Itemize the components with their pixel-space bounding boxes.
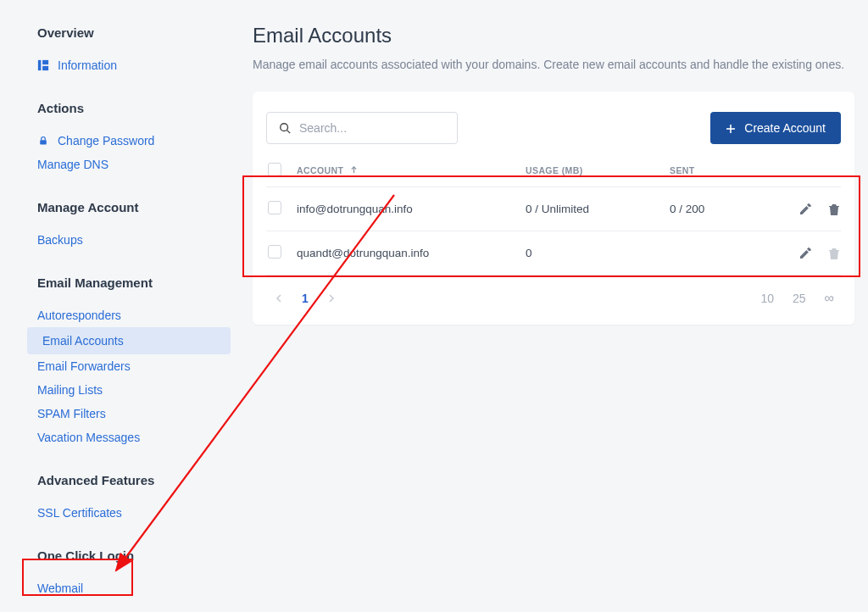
sidebar-section-manage-account: Manage Account Backups (37, 200, 237, 252)
sidebar-section-actions: Actions Change Password Manage DNS (37, 101, 237, 176)
svg-rect-1 (42, 60, 48, 64)
column-usage[interactable]: USAGE (MB) (526, 165, 670, 175)
search-input-wrap[interactable] (266, 112, 458, 144)
page-size-infinite[interactable]: ∞ (825, 291, 834, 306)
accounts-card: Create Account ACCOUNT USAGE (MB) SENT (253, 92, 854, 325)
section-title: Email Management (37, 275, 237, 290)
sidebar-item-vacation-messages[interactable]: Vacation Messages (37, 426, 237, 449)
sidebar-item-label: SSL Certificates (37, 506, 122, 520)
section-title: Manage Account (37, 200, 237, 214)
svg-rect-3 (40, 140, 47, 144)
pager: 1 10 25 ∞ (266, 275, 841, 318)
usage-cell: 0 / Unlimited (526, 203, 670, 215)
card-toolbar: Create Account (266, 112, 841, 144)
lock-icon (37, 135, 49, 147)
search-input[interactable] (299, 121, 448, 135)
table-row: info@dotrungquan.info 0 / Unlimited 0 / … (266, 187, 841, 231)
sidebar-item-label: Change Password (58, 134, 154, 147)
sidebar-item-label: Mailing Lists (37, 383, 103, 397)
page-description: Manage email accounts associated with yo… (253, 58, 854, 71)
column-label: ACCOUNT (297, 165, 343, 175)
sidebar-item-webmail[interactable]: Webmail (37, 576, 237, 600)
sidebar-item-autoresponders[interactable]: Autoresponders (37, 303, 237, 327)
row-checkbox[interactable] (268, 201, 281, 214)
column-label: SENT (670, 165, 695, 175)
dashboard-icon (37, 59, 49, 71)
main-content: Email Accounts Manage email accounts ass… (237, 0, 868, 612)
sidebar-section-overview: Overview Information (37, 25, 237, 77)
create-account-button[interactable]: Create Account (710, 112, 841, 144)
select-all-checkbox[interactable] (268, 163, 281, 176)
sidebar-item-label: Webmail (37, 581, 83, 595)
pager-page-1[interactable]: 1 (302, 292, 309, 305)
sidebar-item-label: Vacation Messages (37, 431, 140, 444)
sidebar-item-label: Backups (37, 233, 83, 247)
account-cell: info@dotrungquan.info (297, 203, 526, 215)
sidebar-item-label: SPAM Filters (37, 407, 106, 420)
svg-rect-2 (42, 66, 48, 70)
page-size-10[interactable]: 10 (760, 292, 774, 305)
sidebar-section-one-click-login: One Click Login Webmail (37, 548, 237, 600)
page-title: Email Accounts (253, 24, 854, 47)
trash-icon[interactable] (827, 203, 841, 216)
sidebar-item-email-forwarders[interactable]: Email Forwarders (37, 354, 237, 378)
sidebar-item-label: Manage DNS (37, 158, 108, 171)
sidebar-item-email-accounts[interactable]: Email Accounts (27, 327, 231, 354)
sidebar-item-manage-dns[interactable]: Manage DNS (37, 153, 237, 176)
button-label: Create Account (744, 121, 826, 135)
sidebar-item-change-password[interactable]: Change Password (37, 129, 237, 153)
account-cell: quandt@dotrungquan.info (297, 247, 526, 259)
search-icon (279, 122, 291, 134)
svg-line-5 (287, 131, 291, 134)
column-account[interactable]: ACCOUNT (297, 165, 526, 175)
sidebar-item-label: Email Accounts (42, 334, 124, 348)
sidebar-item-ssl-certificates[interactable]: SSL Certificates (37, 501, 237, 525)
sidebar-item-label: Autoresponders (37, 309, 121, 322)
section-title: Advanced Features (37, 473, 237, 487)
sidebar-section-email-management: Email Management Autoresponders Email Ac… (37, 275, 237, 449)
section-title: One Click Login (37, 548, 237, 563)
pager-next[interactable] (327, 292, 336, 305)
sidebar-item-mailing-lists[interactable]: Mailing Lists (37, 378, 237, 402)
edit-icon[interactable] (798, 203, 812, 216)
section-title: Actions (37, 101, 237, 115)
sidebar-item-label: Email Forwarders (37, 359, 131, 373)
sidebar-item-information[interactable]: Information (37, 53, 237, 77)
edit-icon[interactable] (798, 247, 812, 260)
page-size-25[interactable]: 25 (793, 292, 806, 305)
sent-cell: 0 / 200 (670, 203, 780, 215)
svg-rect-0 (38, 60, 42, 70)
column-sent[interactable]: SENT (670, 165, 780, 175)
plus-icon (726, 123, 736, 133)
sidebar-section-advanced-features: Advanced Features SSL Certificates (37, 473, 237, 525)
sort-asc-icon (350, 165, 358, 175)
sidebar-item-backups[interactable]: Backups (37, 228, 237, 252)
usage-cell: 0 (526, 247, 670, 259)
trash-icon (827, 247, 841, 260)
section-title: Overview (37, 25, 237, 40)
sidebar: Overview Information Actions Change Pass… (0, 0, 237, 612)
column-label: USAGE (MB) (526, 165, 583, 175)
row-checkbox[interactable] (268, 245, 281, 259)
sidebar-item-spam-filters[interactable]: SPAM Filters (37, 402, 237, 426)
table-header: ACCOUNT USAGE (MB) SENT (266, 163, 841, 187)
sidebar-item-label: Information (58, 58, 117, 72)
pager-prev[interactable] (275, 292, 283, 305)
table-row: quandt@dotrungquan.info 0 (266, 231, 841, 275)
svg-point-4 (281, 124, 288, 131)
